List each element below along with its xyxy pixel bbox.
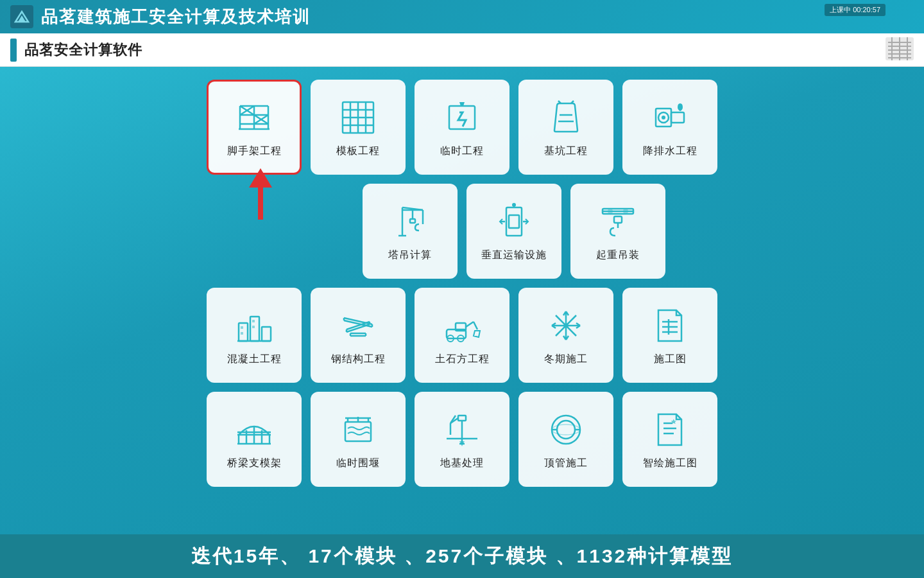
hunningtu-icon xyxy=(234,305,275,346)
taodiao-icon xyxy=(389,201,431,242)
qiaoliang-label: 桥梁支模架 xyxy=(227,457,282,470)
arrow-stem xyxy=(258,188,263,220)
jiangshuishui-label: 降排水工程 xyxy=(643,144,697,158)
modules-grid: 脚手架工程 xyxy=(19,80,905,521)
svg-line-86 xyxy=(474,322,477,329)
dingguanshigong-label: 顶管施工 xyxy=(544,457,588,470)
jiangshuishui-icon xyxy=(649,97,690,138)
taodiao-label: 塔吊计算 xyxy=(388,249,432,262)
shigongtu-icon xyxy=(649,305,690,346)
dijichuli-icon xyxy=(441,409,483,450)
module-linshi[interactable]: 临时工程 xyxy=(415,80,509,175)
linshiweian-label: 临时围堰 xyxy=(336,457,380,470)
main-content: 脚手架工程 xyxy=(0,67,924,534)
module-jiashoujia[interactable]: 脚手架工程 xyxy=(207,80,302,175)
sub-bar-title: 品茗安全计算软件 xyxy=(24,40,142,60)
svg-rect-117 xyxy=(458,416,466,421)
gangjiegou-icon xyxy=(338,305,379,346)
modules-row-4: 桥梁支模架 xyxy=(207,392,717,487)
svg-rect-67 xyxy=(252,320,255,322)
zhihuishigongtu-label: 智绘施工图 xyxy=(643,457,697,470)
linshi-icon xyxy=(441,97,483,138)
dongqi-label: 冬期施工 xyxy=(544,353,588,366)
bottom-bar-text: 迭代15年、 17个模块 、257个子模块 、1132种计算模型 xyxy=(191,543,733,570)
dongqi-icon xyxy=(545,305,586,346)
top-bar-title: 品茗建筑施工安全计算及技术培训 xyxy=(41,6,311,28)
shigongtu-label: 施工图 xyxy=(654,353,687,366)
linshiweian-icon xyxy=(338,409,379,450)
svg-rect-66 xyxy=(241,332,243,335)
svg-rect-65 xyxy=(241,326,243,329)
module-tushifang[interactable]: 土石方工程 xyxy=(415,288,509,383)
jikeng-icon xyxy=(545,97,586,138)
module-chuizhi[interactable]: 垂直运输设施 xyxy=(466,184,561,279)
svg-rect-63 xyxy=(262,327,271,341)
svg-rect-50 xyxy=(509,215,519,228)
svg-rect-37 xyxy=(671,112,684,123)
jiashoujia-icon xyxy=(234,97,275,138)
svg-point-52 xyxy=(512,203,516,207)
tushifang-icon xyxy=(441,305,483,346)
qizhong-label: 起重吊装 xyxy=(596,249,640,262)
qiaoliang-icon xyxy=(234,409,275,450)
jiashoujia-label: 脚手架工程 xyxy=(227,144,282,158)
tushifang-label: 土石方工程 xyxy=(435,353,490,366)
chuizhi-label: 垂直运输设施 xyxy=(481,249,547,262)
svg-point-60 xyxy=(623,209,628,214)
sub-logo-bar xyxy=(10,39,17,62)
modules-row-1: 脚手架工程 xyxy=(207,80,717,175)
module-shigongtu[interactable]: 施工图 xyxy=(622,288,717,383)
gangjiegou-label: 钢结构工程 xyxy=(331,353,386,366)
svg-point-39 xyxy=(662,116,665,119)
svg-rect-57 xyxy=(614,216,622,223)
module-qizhong[interactable]: 起重吊装 xyxy=(570,184,665,279)
time-badge: 上课中 00:20:57 xyxy=(825,4,886,16)
linshi-label: 临时工程 xyxy=(440,144,484,158)
svg-line-85 xyxy=(466,322,474,327)
qizhong-icon xyxy=(597,201,638,242)
modules-row-3: 混凝土工程 xyxy=(207,288,717,383)
dingguanshigong-icon xyxy=(545,409,586,450)
svg-point-59 xyxy=(608,209,613,214)
sub-bar-right-icon xyxy=(886,37,914,60)
svg-point-99 xyxy=(563,323,569,328)
module-hunningtu[interactable]: 混凝土工程 xyxy=(207,288,302,383)
module-gangjiegou[interactable]: 钢结构工程 xyxy=(311,288,406,383)
module-taodiao[interactable]: 塔吊计算 xyxy=(363,184,458,279)
bottom-bar: 迭代15年、 17个模块 、257个子模块 、1132种计算模型 xyxy=(0,534,924,578)
module-jikeng[interactable]: 基坑工程 xyxy=(518,80,613,175)
module-jiangshuishui[interactable]: 降排水工程 xyxy=(622,80,717,175)
svg-rect-48 xyxy=(410,219,415,223)
module-dijichuli[interactable]: 地基处理 xyxy=(415,392,509,487)
muban-label: 模板工程 xyxy=(336,144,380,158)
module-dongqi[interactable]: 冬期施工 xyxy=(518,288,613,383)
module-muban[interactable]: 模板工程 xyxy=(311,80,406,175)
svg-rect-29 xyxy=(449,106,475,129)
arrow-annotation xyxy=(249,168,272,220)
dijichuli-label: 地基处理 xyxy=(440,457,484,470)
svg-point-126 xyxy=(557,421,575,439)
svg-rect-68 xyxy=(252,326,255,328)
module-dingguanshigong[interactable]: 顶管施工 xyxy=(518,392,613,487)
zhihuishigongtu-icon xyxy=(649,409,690,450)
logo-icon xyxy=(10,5,33,28)
module-zhihuishigongtu[interactable]: 智绘施工图 xyxy=(622,392,717,487)
top-bar: 品茗建筑施工安全计算及技术培训 上课中 00:20:57 xyxy=(0,0,924,33)
muban-icon xyxy=(338,97,379,138)
hunningtu-label: 混凝土工程 xyxy=(227,353,282,366)
arrow-head xyxy=(249,168,272,188)
jikeng-label: 基坑工程 xyxy=(544,144,588,158)
module-linshiweian[interactable]: 临时围堰 xyxy=(311,392,406,487)
sub-bar: 品茗安全计算软件 xyxy=(0,33,924,67)
svg-rect-61 xyxy=(239,323,248,341)
module-qiaoliang[interactable]: 桥梁支模架 xyxy=(207,392,302,487)
modules-row-2: 塔吊计算 xyxy=(259,184,665,279)
chuizhi-icon xyxy=(493,201,535,242)
